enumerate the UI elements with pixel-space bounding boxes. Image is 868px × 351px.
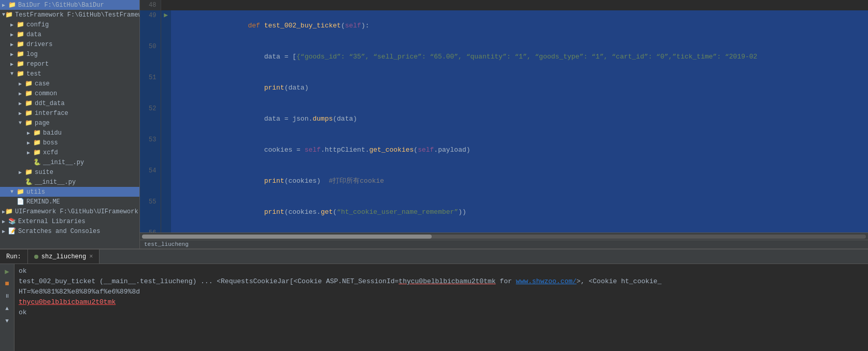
table-row: 49 ▶ def test_002_buy_ticket(self): (140, 10, 868, 41)
run-tab-shz[interactable]: shz_liucheng × (28, 250, 100, 264)
sidebar-item-drivers[interactable]: ▶ 📁 drivers (0, 39, 139, 49)
folder-icon: 📁 (25, 90, 33, 97)
line-content: def test_002_buy_ticket(self): (171, 10, 868, 41)
run-tab-label: shz_liucheng (41, 253, 86, 260)
folder-icon: 📁 (33, 139, 41, 147)
folder-icon: 📁 (8, 1, 16, 9)
run-tabs: Run: shz_liucheng × (0, 250, 868, 264)
sidebar-item-boss[interactable]: ▶ 📁 boss (0, 138, 139, 148)
list-item: ok (19, 308, 864, 318)
sidebar-item-ddt-data[interactable]: ▶ 📁 ddt_data (0, 98, 139, 108)
folder-icon: 📁 (17, 188, 24, 196)
scrollbar-track[interactable] (142, 235, 866, 239)
arrow-icon: ▶ (19, 91, 25, 97)
test-label: test_002_buy_ticket (__main__.test_liuch… (19, 277, 399, 285)
sidebar-item-interface[interactable]: ▶ 📁 interface (0, 108, 139, 118)
folder-icon: 📁 (25, 168, 33, 176)
arrow-icon: ▶ (10, 22, 17, 28)
file-icon: 📄 (17, 198, 24, 206)
arrow-icon: ▶ (2, 228, 8, 235)
sidebar-item-scratches[interactable]: ▶ 📝 Scratches and Consoles (0, 226, 139, 236)
run-content: ▶ ■ ⏸ ▲ ▼ ok test_002_buy_ticket (__main… (0, 264, 868, 351)
pause-button[interactable]: ⏸ (2, 291, 12, 301)
sidebar-item-suite[interactable]: ▶ 📁 suite (0, 167, 139, 177)
pyfile-icon: 🐍 (25, 178, 33, 186)
arrow-icon: ▶ (2, 218, 8, 225)
sidebar-item-utils[interactable]: ▼ 📁 utils (0, 187, 139, 197)
sidebar-item-baldur[interactable]: ▶ 📁 BaiDur F:\GitHub\BaiDur (0, 0, 139, 10)
sidebar-item-uiframework[interactable]: ▶ 📁 UIFramework F:\GitHub\UIFramework (0, 207, 139, 216)
list-item: HT=%e8%81%82%e8%89%af%e6%89%8d (19, 287, 864, 297)
arrow-icon: ▼ (10, 189, 17, 195)
folder-icon: 📁 (25, 109, 33, 117)
code-area[interactable]: 48 49 ▶ def test_002_buy_ticket(self): (140, 0, 868, 232)
list-item: ok (19, 266, 864, 276)
sidebar-item-config[interactable]: ▶ 📁 config (0, 20, 139, 30)
arrow-up-button[interactable]: ▲ (2, 303, 12, 314)
table-row: 50 data = [{“goods_id”: “35”, “sell_pric… (140, 41, 868, 72)
sidebar-item-init-py3[interactable]: ▶ 🐍 __init__.py (0, 177, 139, 187)
folder-icon: 📁 (5, 11, 13, 19)
line-number: 50 (140, 41, 161, 72)
run-dot (34, 255, 38, 259)
scrollbar-thumb[interactable] (142, 235, 432, 239)
list-item: test_002_buy_ticket (__main__.test_liuch… (19, 276, 864, 287)
sidebar-label: baidu (43, 129, 62, 137)
line-gutter (161, 104, 171, 135)
sidebar-item-common[interactable]: ▶ 📁 common (0, 89, 139, 98)
sidebar-item-remindme[interactable]: ▶ 📄 REMIND.ME (0, 197, 139, 207)
sidebar-label: suite (35, 169, 53, 176)
run-tab-run[interactable]: Run: (0, 250, 28, 264)
folder-icon: 📁 (17, 31, 24, 38)
test-label-3: >, <Cookie ht_cookie_ (577, 277, 662, 285)
sidebar-label: __init__.py (43, 159, 84, 166)
sidebar-label: report (26, 61, 49, 68)
list-item: thycu0belblbicbamu2t0tmk (19, 297, 864, 308)
sidebar-label: __init__.py (35, 179, 76, 186)
sidebar-item-testframework[interactable]: ▼ 📁 TestFramework F:\GitHub\TestFramewor… (0, 10, 139, 20)
sidebar-item-log[interactable]: ▶ 📁 log (0, 49, 139, 59)
table-row: 56 print(cookies.get(“ASP.NET_SessionId”… (140, 228, 868, 232)
code-editor: 48 49 ▶ def test_002_buy_ticket(self): (140, 0, 868, 248)
line-gutter (161, 166, 171, 197)
sidebar-item-baidu[interactable]: ▶ 📁 baidu (0, 128, 139, 138)
table-row: 53 cookies = self.httpClient.get_cookies… (140, 135, 868, 166)
play-button[interactable]: ▶ (2, 266, 12, 276)
code-scrollbar[interactable] (140, 232, 868, 240)
stop-button[interactable]: ■ (2, 279, 12, 289)
shwzoo-link[interactable]: www.shwzoo.com/ (516, 277, 577, 285)
line-gutter (161, 0, 171, 10)
folder-icon: 📁 (17, 70, 24, 78)
line-content: print(cookies) #打印所有cookie (171, 166, 868, 197)
arrow-down-button[interactable]: ▼ (2, 316, 12, 326)
sidebar-item-data[interactable]: ▶ 📁 data (0, 30, 139, 39)
run-label: Run: (6, 253, 21, 260)
sidebar-item-report[interactable]: ▶ 📁 report (0, 59, 139, 69)
arrow-icon: ▶ (10, 41, 17, 48)
sidebar-item-init-py2[interactable]: ▶ 🐍 __init__.py (0, 157, 139, 167)
sidebar-item-test[interactable]: ▼ 📁 test (0, 69, 139, 79)
sidebar-item-xcfd[interactable]: ▶ 📁 xcfd (0, 148, 139, 157)
folder-icon: 📁 (25, 119, 33, 127)
arrow-icon: ▼ (19, 120, 25, 126)
folder-icon: 📁 (25, 99, 33, 107)
line-number: 54 (140, 166, 161, 197)
run-output: ok test_002_buy_ticket (__main__.test_li… (15, 264, 868, 351)
folder-icon: 📁 (17, 40, 24, 48)
line-gutter: ▶ (161, 10, 171, 41)
table-row: 52 data = json.dumps(data) (140, 104, 868, 135)
arrow-icon: ▶ (19, 110, 25, 116)
sidebar-label: case (35, 80, 50, 87)
sidebar-item-extlibs[interactable]: ▶ 📚 External Libraries (0, 216, 139, 226)
pyfile-icon: 🐍 (33, 158, 41, 166)
line-number: 48 (140, 0, 161, 10)
close-icon[interactable]: × (89, 253, 93, 260)
sidebar-label: drivers (26, 41, 52, 48)
line-gutter (161, 72, 171, 104)
sidebar-label: TestFramework F:\GitHub\TestFramework (15, 11, 140, 19)
sidebar-item-case[interactable]: ▶ 📁 case (0, 79, 139, 89)
sidebar: ▶ 📁 BaiDur F:\GitHub\BaiDur ▼ 📁 TestFram… (0, 0, 140, 248)
sidebar-label: External Libraries (18, 218, 86, 225)
sidebar-item-page[interactable]: ▼ 📁 page (0, 118, 139, 128)
sidebar-label: interface (35, 110, 68, 117)
